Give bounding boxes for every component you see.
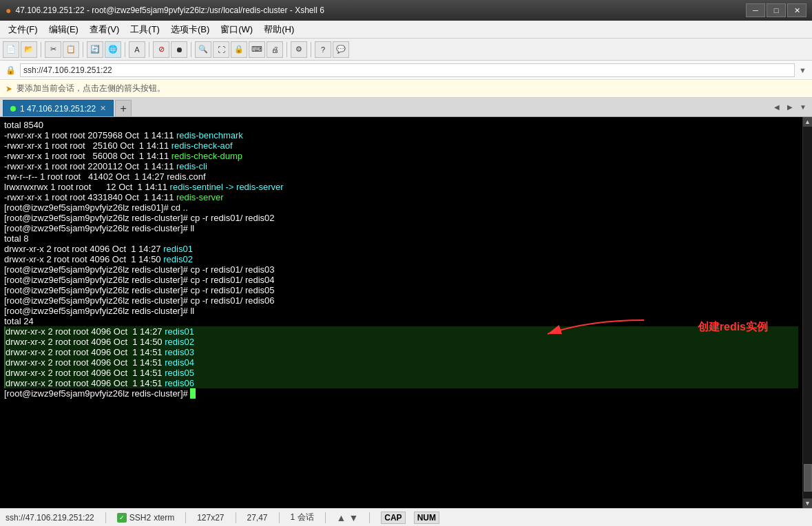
- terminal-wrapper: total 8540 -rwxr-xr-x 1 root root 207596…: [0, 117, 812, 508]
- status-sep5: [325, 512, 326, 523]
- terminal-line: drwxr-xr-x 2 root root 4096 Oct 1 14:27 …: [4, 244, 798, 254]
- menu-tabs[interactable]: 选项卡(B): [165, 21, 215, 38]
- status-indicator: ✓: [117, 513, 127, 523]
- toolbar-cut[interactable]: ✂: [45, 41, 61, 58]
- terminal-line: [root@izwz9ef5sjam9pvfyiz26lz redis-clus…: [4, 213, 798, 223]
- tab-menu-button[interactable]: ▼: [797, 100, 809, 114]
- status-sep4: [279, 512, 280, 523]
- terminal-line: [root@izwz9ef5sjam9pvfyiz26lz redis-clus…: [4, 223, 798, 233]
- toolbar-sep6: [287, 42, 287, 57]
- status-address: ssh://47.106.219.251:22: [6, 513, 94, 523]
- status-protocol: SSH2: [129, 513, 151, 523]
- tab-next-button[interactable]: ▶: [784, 100, 796, 114]
- toolbar-keyboard[interactable]: ⌨: [249, 41, 265, 58]
- menu-edit[interactable]: 编辑(E): [43, 21, 84, 38]
- menu-help[interactable]: 帮助(H): [258, 21, 300, 38]
- add-tab-button[interactable]: +: [115, 100, 132, 116]
- toolbar-print[interactable]: 🖨: [267, 41, 283, 58]
- address-input[interactable]: [20, 63, 795, 77]
- menu-view[interactable]: 查看(V): [84, 21, 125, 38]
- status-position: 27,47: [247, 513, 268, 523]
- toolbar-sep5: [191, 42, 191, 57]
- toolbar-help[interactable]: ?: [315, 41, 331, 58]
- toolbar-connect[interactable]: 🌐: [105, 41, 121, 58]
- terminal-line-redis05: drwxr-xr-x 2 root root 4096 Oct 1 14:51 …: [4, 368, 798, 378]
- toolbar-new[interactable]: 📄: [3, 41, 19, 58]
- scroll-track[interactable]: [803, 127, 812, 498]
- down-arrow-icon[interactable]: ▼: [348, 512, 358, 523]
- toolbar-sep3: [125, 42, 125, 57]
- status-arrows: ▲ ▼: [337, 512, 359, 523]
- toolbar-sep2: [83, 42, 83, 57]
- terminal-line: [root@izwz9ef5sjam9pvfyiz26lz redis-clus…: [4, 306, 798, 316]
- status-sessions-text: 1 会话: [291, 512, 314, 523]
- window-controls: ─ □ ✕: [746, 3, 806, 17]
- app-icon: ●: [6, 5, 11, 16]
- terminal-line-redis06: drwxr-xr-x 2 root root 4096 Oct 1 14:51 …: [4, 378, 798, 388]
- minimize-button[interactable]: ─: [746, 3, 765, 17]
- toolbar-record[interactable]: ⏺: [171, 41, 187, 58]
- tab-bar: 1 47.106.219.251:22 ✕ + ◀ ▶ ▼: [0, 98, 812, 117]
- terminal-scrollbar[interactable]: ▲ ▼: [802, 117, 812, 508]
- tab-close-button[interactable]: ✕: [100, 104, 106, 113]
- terminal[interactable]: total 8540 -rwxr-xr-x 1 root root 207596…: [0, 117, 802, 508]
- info-arrow-icon: ➤: [6, 84, 12, 94]
- toolbar-copy[interactable]: 📋: [63, 41, 79, 58]
- terminal-line: lrwxrwxrwx 1 root root 12 Oct 1 14:11 re…: [4, 182, 798, 192]
- terminal-line: -rwxr-xr-x 1 root root 2075968 Oct 1 14:…: [4, 130, 798, 140]
- toolbar-refresh[interactable]: 🔄: [87, 41, 103, 58]
- terminal-line: -rwxr-xr-x 1 root root 4331840 Oct 1 14:…: [4, 192, 798, 202]
- toolbar-stop[interactable]: ⊘: [153, 41, 169, 58]
- terminal-line: -rwxr-xr-x 1 root root 56008 Oct 1 14:11…: [4, 151, 798, 161]
- status-sep2: [185, 512, 186, 523]
- toolbar-font[interactable]: A: [129, 41, 145, 58]
- toolbar-sep1: [41, 42, 41, 57]
- info-bar: ➤ 要添加当前会话，点击左侧的箭头按钮。: [0, 80, 812, 98]
- toolbar-zoom[interactable]: 🔍: [195, 41, 211, 58]
- status-sep3: [236, 512, 236, 523]
- terminal-line-redis04: drwxr-xr-x 2 root root 4096 Oct 1 14:51 …: [4, 357, 798, 368]
- terminal-prompt-line: [root@izwz9ef5sjam9pvfyiz26lz redis-clus…: [4, 388, 798, 399]
- toolbar-sep7: [311, 42, 311, 57]
- maximize-button[interactable]: □: [767, 3, 786, 17]
- terminal-line: [root@izwz9ef5sjam9pvfyiz26lz redis-clus…: [4, 285, 798, 295]
- up-arrow-icon[interactable]: ▲: [337, 512, 346, 523]
- status-address-text: ssh://47.106.219.251:22: [6, 513, 94, 523]
- menu-file[interactable]: 文件(F): [3, 21, 43, 38]
- terminal-line-redis02: drwxr-xr-x 2 root root 4096 Oct 1 14:50 …: [4, 337, 798, 347]
- terminal-line: -rwxr-xr-x 1 root root 25160 Oct 1 14:11…: [4, 140, 798, 151]
- close-button[interactable]: ✕: [787, 3, 806, 17]
- menu-window[interactable]: 窗口(W): [215, 21, 258, 38]
- menu-tools[interactable]: 工具(T): [125, 21, 165, 38]
- toolbar-sep4: [149, 42, 149, 57]
- toolbar-lock[interactable]: 🔒: [231, 41, 247, 58]
- scroll-thumb[interactable]: [804, 464, 812, 492]
- tab-label: 1 47.106.219.251:22: [20, 104, 96, 114]
- tab-status-dot: [10, 106, 16, 112]
- toolbar-screen[interactable]: ⛶: [213, 41, 229, 58]
- terminal-line: total 24: [4, 316, 798, 326]
- status-encoding: xterm: [154, 513, 174, 523]
- toolbar-chat[interactable]: 💬: [333, 41, 349, 58]
- terminal-line-redis03: drwxr-xr-x 2 root root 4096 Oct 1 14:51 …: [4, 347, 798, 357]
- terminal-line: -rw-r--r-- 1 root root 41402 Oct 1 14:27…: [4, 171, 798, 182]
- address-dropdown-arrow[interactable]: ▼: [799, 66, 806, 74]
- status-bar: ssh://47.106.219.251:22 ✓ SSH2 xterm 127…: [0, 508, 812, 526]
- menu-bar: 文件(F) 编辑(E) 查看(V) 工具(T) 选项卡(B) 窗口(W) 帮助(…: [0, 21, 812, 39]
- tab-nav: ◀ ▶ ▼: [771, 97, 812, 116]
- toolbar: 📄 📂 ✂ 📋 🔄 🌐 A ⊘ ⏺ 🔍 ⛶ 🔒 ⌨ 🖨 ⚙ ? 💬: [0, 39, 812, 61]
- tab-prev-button[interactable]: ◀: [771, 100, 783, 114]
- terminal-line: total 8540: [4, 120, 798, 130]
- session-tab[interactable]: 1 47.106.219.251:22 ✕: [3, 100, 114, 116]
- info-message: 要添加当前会话，点击左侧的箭头按钮。: [17, 83, 165, 94]
- status-num: NUM: [414, 512, 439, 524]
- toolbar-open[interactable]: 📂: [21, 41, 37, 58]
- scroll-up-button[interactable]: ▲: [803, 117, 813, 127]
- status-cap: CAP: [381, 512, 405, 524]
- scroll-down-button[interactable]: ▼: [803, 498, 813, 508]
- terminal-line: -rwxr-xr-x 1 root root 2200112 Oct 1 14:…: [4, 161, 798, 171]
- status-sessions: 1 会话: [291, 512, 314, 523]
- terminal-line: [root@izwz9ef5sjam9pvfyiz26lz redis-clus…: [4, 264, 798, 275]
- status-sep6: [369, 512, 370, 523]
- toolbar-settings[interactable]: ⚙: [291, 41, 307, 58]
